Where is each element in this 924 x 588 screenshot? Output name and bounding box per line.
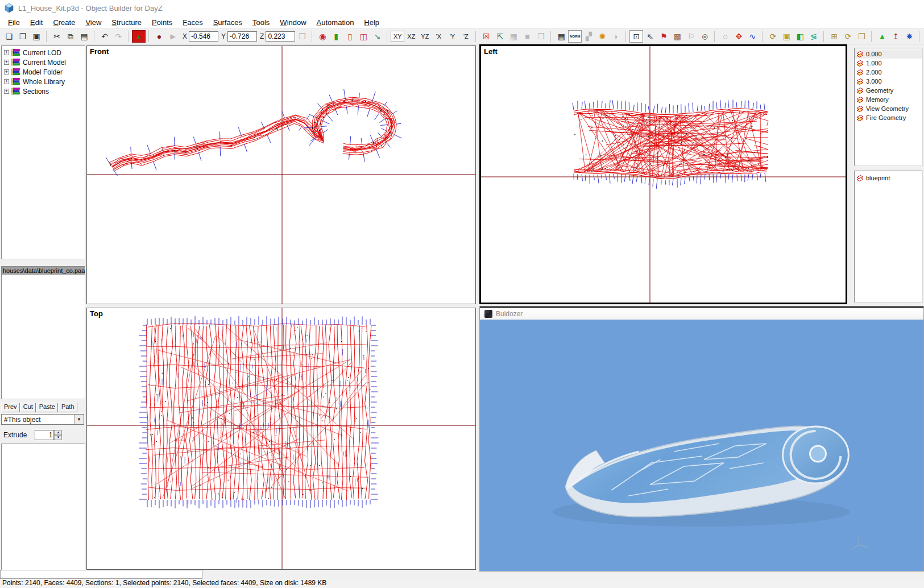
new-file-icon[interactable]: ❏ <box>2 30 16 43</box>
spin-up-icon[interactable]: ▲ <box>54 430 62 435</box>
triangle-info-icon[interactable]: ▲ <box>875 30 889 43</box>
cut-icon[interactable]: ✂ <box>50 30 64 43</box>
menu-item[interactable]: File <box>3 17 25 28</box>
viewport-left[interactable]: Left <box>479 44 847 304</box>
plane-button[interactable]: XY <box>391 31 404 42</box>
colors-icon[interactable]: ✸ <box>902 30 916 43</box>
texture-action-button[interactable]: Prev <box>1 403 20 412</box>
hide-selection-icon[interactable]: ▯ <box>343 30 357 43</box>
buldozer-title-bar[interactable]: Buldozer <box>480 307 923 320</box>
expand-icon[interactable]: + <box>4 50 9 55</box>
plane-button[interactable]: 'Y <box>445 31 459 42</box>
move-points-icon[interactable]: ✥ <box>732 30 745 43</box>
select-flag-icon[interactable]: ⚑ <box>657 30 670 43</box>
coord-z-input[interactable] <box>266 31 295 42</box>
pinwheel-icon[interactable]: ✺ <box>595 30 609 43</box>
viewer-icon[interactable]: ▞ <box>582 30 595 43</box>
select-vertices-icon[interactable]: ⇖ <box>643 30 657 43</box>
point-info-icon[interactable]: ↥ <box>889 30 902 43</box>
menu-item[interactable]: View <box>80 17 106 28</box>
texture-action-button[interactable]: Paste <box>36 403 58 412</box>
show-normals-icon[interactable]: ◫ <box>357 30 370 43</box>
plane-button[interactable]: 'Z <box>459 31 473 42</box>
menu-item[interactable]: Points <box>147 17 177 28</box>
shade-view-icon[interactable]: ■ <box>520 30 534 43</box>
menu-item[interactable]: Tools <box>247 17 275 28</box>
undo-icon[interactable]: ↶ <box>98 30 111 43</box>
zoom-icon[interactable]: ◎ <box>698 30 711 43</box>
texture-view-icon[interactable]: ▦ <box>507 30 520 43</box>
viewport-front[interactable]: Front <box>86 45 476 304</box>
save-icon[interactable]: ▣ <box>30 30 43 43</box>
flatten-icon[interactable]: ≶ <box>807 30 821 43</box>
menu-item[interactable]: Create <box>48 17 80 28</box>
extrude-input[interactable] <box>35 430 54 440</box>
coord-x-input[interactable] <box>189 31 218 42</box>
open-file-icon[interactable]: ❐ <box>16 30 30 43</box>
status-edit-field[interactable] <box>0 570 202 579</box>
show-points-icon[interactable]: ◉ <box>316 30 329 43</box>
expand-icon[interactable]: + <box>4 79 9 84</box>
menu-item[interactable]: Faces <box>177 17 208 28</box>
select-poly-icon[interactable]: ▩ <box>670 30 684 43</box>
redo-icon[interactable]: ↷ <box>111 30 125 43</box>
chevron-down-icon[interactable]: ▼ <box>74 415 84 424</box>
texture-action-button[interactable]: Cut <box>20 403 36 412</box>
drag-vertex-icon[interactable]: ↘ <box>370 30 384 43</box>
menu-item[interactable]: Automation <box>312 17 359 28</box>
tree-item[interactable]: + Current Model <box>2 57 85 67</box>
wire-view-icon[interactable]: ❒ <box>534 30 548 43</box>
texture-list-item[interactable]: houses\data\blueprint_co.paa <box>2 267 85 275</box>
spin-down-icon[interactable]: ▼ <box>54 435 62 440</box>
select-gray-flag-icon[interactable]: ⚐ <box>684 30 698 43</box>
rotate-icon[interactable]: ⟳ <box>766 30 780 43</box>
texture-action-button[interactable]: Path <box>59 403 77 412</box>
preview-cube-icon[interactable]: ❒ <box>295 30 309 43</box>
plane-button[interactable]: YZ <box>418 31 432 42</box>
norm-icon[interactable]: NORM <box>568 30 582 43</box>
plane-button[interactable]: XZ <box>404 31 418 42</box>
tree-item[interactable]: + Current LOD <box>2 48 85 57</box>
selection-dropdown[interactable]: #This object ▼ <box>1 414 84 425</box>
copy-icon[interactable]: ⧉ <box>64 30 77 43</box>
coord-y-input[interactable] <box>227 31 257 42</box>
expand-icon[interactable]: + <box>4 89 9 94</box>
grid-icon[interactable]: ▦ <box>554 30 568 43</box>
extrude-icon[interactable]: ⊞ <box>827 30 841 43</box>
mirror-icon[interactable]: ◧ <box>793 30 807 43</box>
record-icon[interactable]: ● <box>152 30 166 43</box>
show-faces-icon[interactable]: ▮ <box>329 30 343 43</box>
lod-item[interactable]: 2.000 <box>855 68 922 77</box>
lod-item[interactable]: 1.000 <box>855 59 922 68</box>
extrude-box-icon[interactable]: ❒ <box>855 30 868 43</box>
paste-icon[interactable]: ▤ <box>77 30 91 43</box>
selected-texture-item[interactable]: blueprint <box>855 173 922 183</box>
scale-icon[interactable]: ▣ <box>780 30 793 43</box>
lasso-icon[interactable]: ◌ <box>718 30 732 43</box>
menu-item[interactable]: Structure <box>106 17 147 28</box>
lod-item[interactable]: 0.000 <box>855 49 922 59</box>
buldozer-viewport[interactable] <box>480 320 923 571</box>
bend-icon[interactable]: ∿ <box>745 30 759 43</box>
lod-item[interactable]: 3.000 <box>855 77 922 86</box>
snap-vertex-icon[interactable]: ⇱ <box>493 30 507 43</box>
lod-item[interactable]: Geometry <box>855 86 922 95</box>
menu-item[interactable]: Surfaces <box>208 17 247 28</box>
lod-item[interactable]: Memory <box>855 95 922 104</box>
lod-item[interactable]: Fire Geometry <box>855 113 922 122</box>
menu-item[interactable]: Edit <box>25 17 48 28</box>
extrude-path-icon[interactable]: ⟳ <box>841 30 855 43</box>
menu-item[interactable]: Window <box>275 17 311 28</box>
plane-button[interactable]: 'X <box>432 31 445 42</box>
expand-icon[interactable]: + <box>4 69 9 74</box>
no-snap-icon[interactable]: ☒ <box>479 30 493 43</box>
menu-item[interactable]: Help <box>359 17 384 28</box>
expand-icon[interactable]: + <box>4 60 9 65</box>
play-icon[interactable]: ▶ <box>166 30 180 43</box>
terrain-icon[interactable]: ▲ <box>132 30 146 43</box>
tree-item[interactable]: + Whole Library <box>2 77 85 86</box>
tree-item[interactable]: + Model Folder <box>2 67 85 77</box>
surface-icon[interactable]: ◗ <box>609 30 623 43</box>
lod-item[interactable]: View Geometry <box>855 104 922 113</box>
zoom-region-icon[interactable]: ⊡ <box>629 30 643 43</box>
